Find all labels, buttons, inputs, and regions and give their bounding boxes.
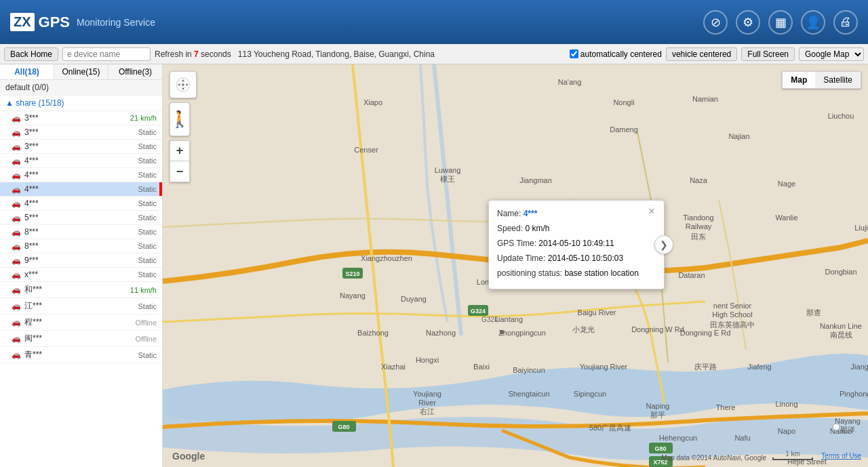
- popup-name-row: Name: 4***: [497, 207, 656, 220]
- satellite-button[interactable]: Satellite: [815, 72, 861, 88]
- list-item[interactable]: 🚗 青*** Static: [0, 347, 162, 363]
- popup-close-button[interactable]: ×: [645, 205, 658, 218]
- svg-text:右江: 右江: [420, 407, 435, 415]
- list-item[interactable]: 🚗 3*** 21 km/h: [0, 111, 162, 125]
- user-icon[interactable]: 👤: [801, 10, 825, 35]
- back-home-button[interactable]: Back Home: [4, 47, 58, 61]
- map-controls: 🚶 + −: [170, 71, 197, 182]
- svg-text:Najian: Najian: [728, 132, 749, 140]
- vehicle-status: Static: [138, 242, 157, 250]
- list-item[interactable]: 🚗 4*** Static: [0, 197, 162, 211]
- zoom-in-button[interactable]: +: [170, 141, 189, 161]
- list-item[interactable]: 🚗 和*** 11 km/h: [0, 282, 162, 298]
- map-footer: 1 km Terms of Use: [772, 450, 861, 462]
- refresh-info: Refresh in 7 seconds 113 Youcheng Road, …: [155, 49, 566, 59]
- list-item[interactable]: 🚗 4*** Static: [0, 182, 162, 197]
- map-button[interactable]: Map: [783, 72, 815, 88]
- vehicle-status: 11 km/h: [130, 286, 157, 294]
- list-item[interactable]: 🚗 程*** Offline: [0, 314, 162, 331]
- popup-positioning-row: positioning status: base station locatio…: [497, 267, 656, 279]
- highlight-bar: [159, 182, 162, 196]
- svg-point-89: [500, 330, 504, 334]
- map-type-select[interactable]: Google Map Baidu Map OpenStreet: [799, 47, 864, 61]
- vehicle-status: Static: [138, 185, 157, 193]
- popup-next-button[interactable]: ❯: [654, 235, 673, 254]
- terms-of-use-link[interactable]: Terms of Use: [821, 452, 861, 460]
- list-item[interactable]: 🚗 8*** Static: [0, 239, 162, 253]
- vehicle-status: Static: [138, 351, 157, 359]
- list-item[interactable]: 🚗 4*** Static: [0, 154, 162, 168]
- svg-text:Liantang: Liantang: [494, 315, 523, 323]
- list-item[interactable]: 🚗 3*** Static: [0, 140, 162, 154]
- svg-text:Dongbian: Dongbian: [825, 268, 856, 276]
- svg-text:Nankun Line: Nankun Line: [820, 322, 862, 330]
- auto-centered-checkbox[interactable]: [570, 49, 578, 58]
- vehicle-status: Static: [138, 157, 157, 165]
- vehicle-icon: 🚗: [11, 128, 22, 136]
- svg-text:Liuji: Liuji: [854, 224, 868, 232]
- list-item[interactable]: 🚗 3*** Static: [0, 125, 162, 140]
- sidebar-tabs: All(18) Online(15) Offline(3): [0, 64, 162, 80]
- tab-offline[interactable]: Offline(3): [108, 64, 162, 79]
- svg-text:棣王: 棣王: [440, 175, 455, 183]
- name-label: Name:: [497, 209, 521, 218]
- map-container[interactable]: S210 G324 X752 G80 G80 G80 Na'ang Nongli…: [163, 64, 868, 467]
- grid-icon[interactable]: ▦: [768, 10, 793, 35]
- help-icon[interactable]: ⊘: [703, 10, 728, 35]
- scale-label: 1 km: [785, 450, 800, 458]
- vehicle-name: 青***: [24, 349, 135, 361]
- vehicle-icon: 🚗: [11, 351, 22, 359]
- logo-subtitle: Monitoring Service: [77, 17, 155, 28]
- sidebar: All(18) Online(15) Offline(3) default (0…: [0, 64, 163, 467]
- vehicle-icon: 🚗: [11, 270, 22, 279]
- list-item[interactable]: 🚗 江*** Static: [0, 298, 162, 314]
- vehicle-name: 和***: [24, 284, 127, 296]
- svg-text:nent Senior: nent Senior: [713, 302, 752, 310]
- navigation-control[interactable]: [170, 71, 197, 98]
- svg-text:Nayang: Nayang: [835, 417, 861, 425]
- svg-text:Baigu River: Baigu River: [578, 308, 616, 317]
- zoom-out-button[interactable]: −: [170, 161, 189, 182]
- svg-text:Nayang: Nayang: [340, 291, 366, 300]
- svg-text:Naping: Naping: [646, 402, 670, 410]
- vehicle-name: 5***: [24, 213, 135, 222]
- gear-icon[interactable]: ⚙: [736, 10, 760, 35]
- gps-time-value: 2014-05-10 10:49:11: [538, 239, 614, 248]
- tab-all[interactable]: All(18): [0, 64, 54, 79]
- full-screen-button[interactable]: Full Screen: [741, 47, 795, 61]
- vehicle-centered-button[interactable]: vehicle centered: [666, 47, 737, 61]
- list-item[interactable]: 🚗 9*** Static: [0, 253, 162, 268]
- vehicle-name: 8***: [24, 227, 135, 237]
- vehicle-name: 4***: [24, 170, 135, 180]
- vehicle-status: Static: [138, 142, 157, 150]
- svg-text:田东英德高中: 田东英德高中: [710, 321, 755, 329]
- zoom-control: + −: [170, 140, 190, 182]
- list-item[interactable]: 🚗 4*** Static: [0, 168, 162, 182]
- speed-value: 0 km/h: [525, 224, 549, 233]
- svg-text:Luwang: Luwang: [435, 166, 461, 174]
- svg-text:Baixi: Baixi: [473, 363, 490, 371]
- vehicle-icon: 🚗: [11, 185, 22, 193]
- popup-update-time-row: Update Time: 2014-05-10 10:50:03: [497, 252, 656, 264]
- svg-text:Duyang: Duyang: [401, 295, 427, 303]
- search-input[interactable]: [62, 47, 151, 61]
- list-item[interactable]: 🚗 x*** Static: [0, 268, 162, 282]
- svg-text:580广昆高速: 580广昆高速: [589, 424, 631, 432]
- svg-text:Nazhong: Nazhong: [426, 329, 456, 337]
- svg-text:High School: High School: [712, 310, 752, 319]
- vehicle-name: x***: [24, 270, 135, 279]
- list-item[interactable]: 🚗 5*** Static: [0, 211, 162, 225]
- speed-label: Speed:: [497, 224, 523, 233]
- vehicle-icon: 🚗: [11, 256, 22, 264]
- svg-text:Xiapo: Xiapo: [363, 98, 382, 106]
- list-item[interactable]: 🚗 8*** Static: [0, 225, 162, 239]
- tab-online[interactable]: Online(15): [54, 64, 108, 79]
- print-icon[interactable]: 🖨: [833, 10, 858, 35]
- svg-text:那平: 那平: [650, 411, 665, 419]
- vehicle-name: 程***: [24, 317, 132, 328]
- vehicle-icon: 🚗: [11, 286, 22, 294]
- group-share[interactable]: ▲ share (15/18): [0, 96, 162, 111]
- list-item[interactable]: 🚗 闽*** Offline: [0, 331, 162, 347]
- pegman-control[interactable]: 🚶: [170, 102, 190, 136]
- svg-text:Nage: Nage: [778, 180, 795, 188]
